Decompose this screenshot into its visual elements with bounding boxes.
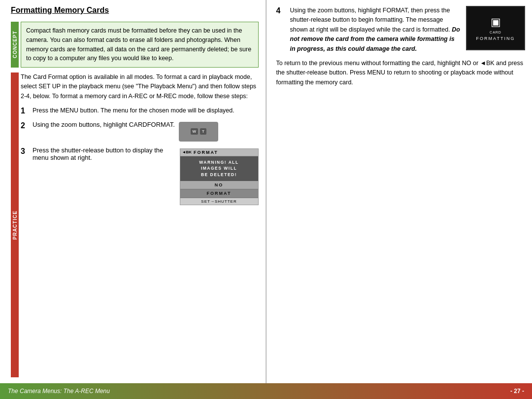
step-2-text: Using the zoom buttons, highlight CARDFO… <box>33 121 175 128</box>
step-2: 2 Using the zoom buttons, highlight CARD… <box>21 121 259 142</box>
step-2-number: 2 <box>21 121 30 142</box>
back-arrow: ◄BK <box>182 150 192 154</box>
step-1-number: 1 <box>21 106 30 115</box>
step-4: 4 Using the zoom buttons, highlight FORM… <box>276 6 526 54</box>
footer: The Camera Menus: The A-REC Menu - 27 - <box>0 383 532 399</box>
format-menu-title: FORMAT <box>194 150 218 155</box>
right-column: 4 Using the zoom buttons, highlight FORM… <box>266 0 532 383</box>
concept-label: CONCEPT <box>11 22 19 68</box>
steps-container: 1 Press the MENU button. The menu for th… <box>21 106 259 205</box>
format-menu-footer: SET→SHUTTER <box>180 198 258 205</box>
step-3-number: 3 <box>21 146 30 205</box>
format-menu-image: ◄BK FORMAT WARNING! ALL IMAGES WILL BE D… <box>180 148 259 205</box>
card-label: CARD <box>490 31 501 34</box>
step-2-content: Using the zoom buttons, highlight CARDFO… <box>33 121 218 142</box>
step-1: 1 Press the MENU button. The menu for th… <box>21 106 259 115</box>
format-option-no: NO <box>180 181 258 189</box>
step-4-content: Using the zoom buttons, highlight FORMAT… <box>290 6 462 54</box>
footer-right: - 27 - <box>510 388 524 395</box>
formatting-label: FORMATTING <box>476 36 515 41</box>
formatting-screen: ▣ CARD FORMATTING <box>466 6 525 50</box>
format-menu-warning: WARNING! ALL IMAGES WILL BE DELETED! <box>180 156 258 181</box>
return-text: To return to the previous menu without f… <box>276 59 526 87</box>
zoom-t-button: T <box>200 128 206 135</box>
concept-text: Compact flash memory cards must be forma… <box>26 27 251 62</box>
left-column: Formatting Memory Cards CONCEPT Compact … <box>0 0 266 383</box>
format-option-format: FORMAT <box>180 189 258 198</box>
warning-line-3: BE DELETED! <box>182 172 256 178</box>
page-container: Formatting Memory Cards CONCEPT Compact … <box>0 0 532 399</box>
format-menu-header: ◄BK FORMAT <box>180 149 258 156</box>
zoom-w-button: W <box>191 128 199 135</box>
footer-left: The Camera Menus: The A-REC Menu <box>8 388 110 395</box>
step-1-text: Press the MENU button. The menu for the … <box>33 106 259 115</box>
concept-section: CONCEPT Compact flash memory cards must … <box>11 22 259 68</box>
step-4-number: 4 <box>276 6 285 15</box>
page-title: Formatting Memory Cards <box>11 6 259 15</box>
step-4-text: Using the zoom buttons, highlight FORMAT… <box>290 7 450 33</box>
zoom-buttons: W T <box>191 128 206 135</box>
step-3-text: Press the shutter-release button to disp… <box>33 146 176 161</box>
practice-section: PRACTICE The Card Format option is avail… <box>11 73 259 377</box>
practice-intro: The Card Format option is available in a… <box>21 73 259 101</box>
step-3: 3 Press the shutter-release button to di… <box>21 146 259 205</box>
practice-label: PRACTICE <box>11 73 19 377</box>
warning-line-2: IMAGES WILL <box>182 165 256 172</box>
warning-line-1: WARNING! ALL <box>182 159 256 166</box>
step-3-content: Press the shutter-release button to disp… <box>33 146 259 205</box>
main-content: Formatting Memory Cards CONCEPT Compact … <box>0 0 532 383</box>
zoom-button-image: W T <box>179 122 218 142</box>
concept-box: Compact flash memory cards must be forma… <box>21 22 259 68</box>
card-icon: ▣ <box>491 16 501 29</box>
format-menu-options: NO FORMAT <box>180 181 258 198</box>
